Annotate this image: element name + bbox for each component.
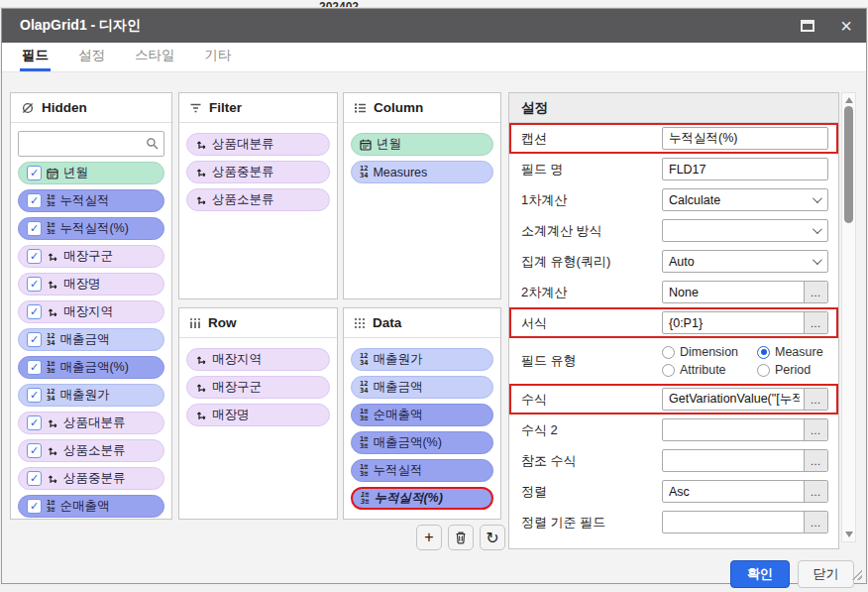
checkbox-checked[interactable]: ✓ <box>27 193 42 208</box>
aggregate-type-select[interactable]: Auto <box>662 250 828 273</box>
data-item-selected[interactable]: 1≡3≡ 누적실적(%) <box>351 487 493 510</box>
radio-dimension[interactable]: Dimension <box>662 345 757 359</box>
tab-etc[interactable]: 기타 <box>203 41 234 71</box>
hidden-item[interactable]: ✓ 상품대분류 <box>18 412 164 434</box>
setting-row-format: 서식 … <box>509 307 838 338</box>
field-label: 매출원가 <box>373 351 422 368</box>
background-clipped-text: 202402 <box>319 0 359 8</box>
column-item[interactable]: 1234 Measures <box>351 161 493 183</box>
hidden-search-input[interactable] <box>18 131 164 157</box>
row-bars-icon <box>189 317 201 329</box>
field-name-input[interactable] <box>662 158 828 180</box>
setting-label: 참조 수식 <box>521 452 662 470</box>
tab-settings[interactable]: 설정 <box>76 41 107 71</box>
hidden-item[interactable]: ✓ 년월 <box>18 162 164 184</box>
restore-window-icon[interactable] <box>801 20 814 32</box>
close-button[interactable]: 닫기 <box>798 560 854 588</box>
data-item[interactable]: 1≡3≡ 매출금액(%) <box>351 431 493 454</box>
radio-icon[interactable] <box>757 364 770 377</box>
field-label: 매장명 <box>212 407 250 423</box>
checkbox-checked[interactable]: ✓ <box>27 443 42 458</box>
hidden-item[interactable]: ✓ 상품소분류 <box>18 439 164 462</box>
radio-measure[interactable]: Measure <box>757 345 828 359</box>
setting-label: 수식 <box>521 391 662 409</box>
dimension-icon <box>47 417 58 429</box>
field-label: 순매출액 <box>59 498 109 515</box>
subtotal-method-select[interactable] <box>662 219 828 242</box>
ellipsis-button[interactable]: … <box>804 450 827 471</box>
filter-panel-title: Filter <box>209 100 242 115</box>
refresh-button[interactable]: ↻ <box>480 525 505 550</box>
hidden-item[interactable]: ✓ 1234 매출금액 <box>18 328 164 351</box>
calc-measure-icon: 1≡3≡ <box>360 464 368 477</box>
close-window-icon[interactable]: × <box>840 19 852 33</box>
data-item[interactable]: 1234 매출원가 <box>351 348 493 371</box>
column-panel-title: Column <box>374 100 423 115</box>
checkbox-checked[interactable]: ✓ <box>27 277 42 292</box>
ellipsis-button[interactable]: … <box>804 512 827 533</box>
data-grid-icon <box>354 317 366 329</box>
radio-attribute[interactable]: Attribute <box>662 363 757 377</box>
checkbox-checked[interactable]: ✓ <box>27 360 42 375</box>
radio-icon[interactable] <box>662 364 675 377</box>
checkbox-checked[interactable]: ✓ <box>27 471 42 486</box>
checkbox-checked[interactable]: ✓ <box>27 249 42 264</box>
checkbox-checked[interactable]: ✓ <box>27 304 42 319</box>
hidden-item[interactable]: ✓ 1≡3≡ 순매출액 <box>18 495 164 518</box>
checkbox-checked[interactable]: ✓ <box>27 221 42 236</box>
filter-item[interactable]: 상품중분류 <box>186 161 330 183</box>
hidden-item[interactable]: ✓ 상품중분류 <box>18 467 164 490</box>
ellipsis-button[interactable]: … <box>804 282 827 302</box>
chevron-down-icon <box>813 193 822 203</box>
scroll-up-icon[interactable] <box>845 97 853 103</box>
ellipsis-button[interactable]: … <box>804 419 827 440</box>
tab-style[interactable]: 스타일 <box>133 41 177 71</box>
field-label: 매출금액(%) <box>373 434 441 451</box>
scrollbar-thumb[interactable] <box>844 106 853 223</box>
ok-button[interactable]: 확인 <box>730 560 790 588</box>
checkbox-checked[interactable]: ✓ <box>27 332 42 347</box>
filter-item[interactable]: 상품소분류 <box>186 188 330 211</box>
setting-label: 캡션 <box>521 130 662 148</box>
hidden-item[interactable]: ✓ 매장명 <box>18 273 164 296</box>
radio-icon[interactable] <box>662 346 675 359</box>
checkbox-checked[interactable]: ✓ <box>27 388 42 403</box>
field-label: 매출금액 <box>373 379 422 396</box>
ellipsis-button[interactable]: … <box>804 481 827 502</box>
field-label: 누적실적(%) <box>374 490 442 507</box>
tab-fields[interactable]: 필드 <box>20 41 51 71</box>
calc-measure-icon: 1≡3≡ <box>360 409 368 421</box>
settings-scrollbar[interactable] <box>841 92 856 542</box>
filter-item[interactable]: 상품대분류 <box>186 133 330 156</box>
checkbox-checked[interactable]: ✓ <box>27 166 42 180</box>
ellipsis-button[interactable]: … <box>804 389 827 410</box>
row-item[interactable]: 매장구군 <box>186 376 330 399</box>
checkbox-checked[interactable]: ✓ <box>27 499 42 514</box>
setting-row-field-name: 필드 명 <box>509 154 838 184</box>
caption-input[interactable] <box>662 127 828 150</box>
dimension-icon <box>47 445 58 457</box>
hidden-item[interactable]: ✓ 1≡3≡ 누적실적 <box>18 189 164 212</box>
checkbox-checked[interactable]: ✓ <box>27 415 42 430</box>
delete-field-button[interactable] <box>448 525 474 550</box>
scroll-down-icon[interactable] <box>845 532 853 537</box>
radio-period[interactable]: Period <box>757 363 828 377</box>
hidden-item[interactable]: ✓ 매장지역 <box>18 300 164 323</box>
hidden-item[interactable]: ✓ 1≡3≡ 누적실적(%) <box>18 217 164 240</box>
row-item[interactable]: 매장지역 <box>186 348 330 371</box>
dimension-icon <box>47 279 58 291</box>
data-item[interactable]: 1≡3≡ 누적실적 <box>351 459 493 482</box>
ellipsis-button[interactable]: … <box>804 312 827 333</box>
hidden-item[interactable]: ✓ 1234 매출원가 <box>18 384 164 407</box>
data-item[interactable]: 1234 매출금액 <box>351 376 493 399</box>
add-field-button[interactable]: + <box>416 525 442 550</box>
column-item[interactable]: 년월 <box>351 133 493 156</box>
radio-icon-selected[interactable] <box>757 346 770 359</box>
hidden-item[interactable]: ✓ 매장구군 <box>18 245 164 268</box>
primary-calc-select[interactable]: Calculate <box>662 188 828 211</box>
setting-row-formula: 수식 … <box>509 384 838 414</box>
measure-icon: 1234 <box>360 381 368 394</box>
data-item[interactable]: 1≡3≡ 순매출액 <box>351 404 493 426</box>
hidden-item[interactable]: ✓ 1≡3≡ 매출금액(%) <box>18 356 164 379</box>
row-item[interactable]: 매장명 <box>186 404 330 426</box>
